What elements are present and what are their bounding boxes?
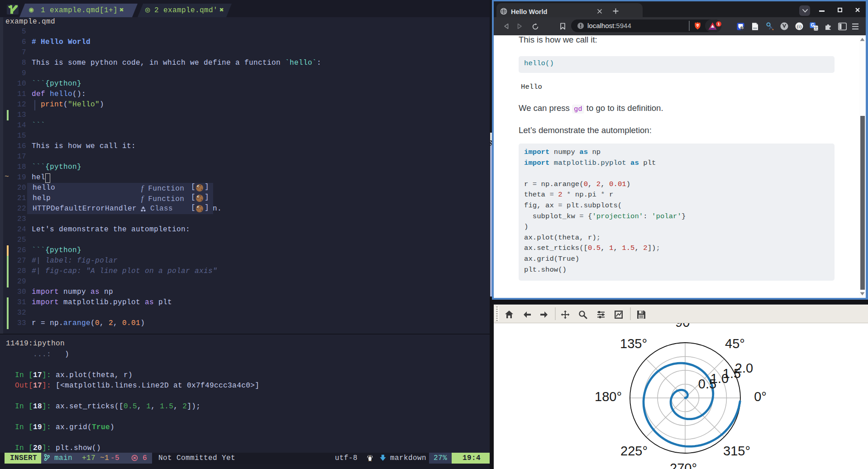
svg-text:270°: 270° [670,461,697,469]
svg-text:0°: 0° [754,389,767,404]
svg-text:180°: 180° [595,389,622,404]
svg-text:135°: 135° [620,336,647,351]
svg-text:2.0: 2.0 [735,361,753,375]
svg-text:90°: 90° [675,323,695,330]
svg-text:(i): (i) [797,24,802,29]
svg-text:文: 文 [814,26,818,30]
svg-text:45°: 45° [725,336,745,351]
svg-text:315°: 315° [723,444,750,458]
svg-text:225°: 225° [620,444,648,458]
